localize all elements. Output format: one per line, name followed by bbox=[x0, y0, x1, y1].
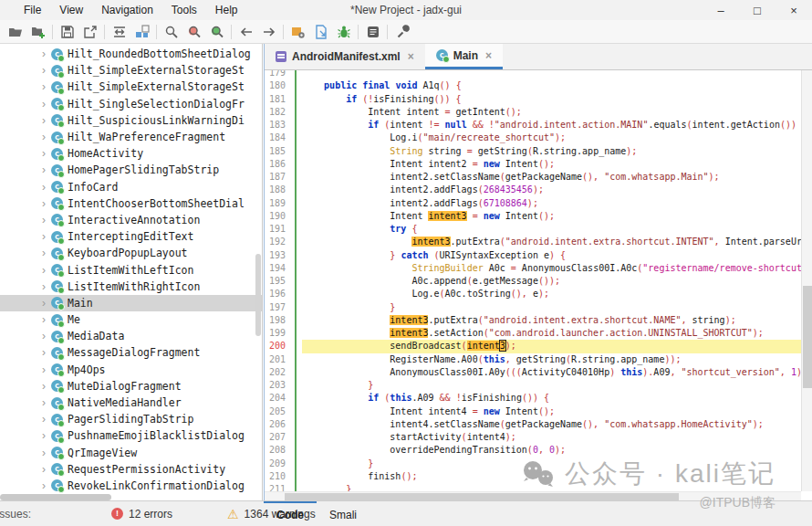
code-line-210[interactable]: 210 finish(); bbox=[265, 470, 801, 483]
forward-icon[interactable] bbox=[257, 22, 280, 42]
close-icon[interactable]: × bbox=[485, 49, 492, 62]
chevron-right-icon[interactable]: › bbox=[36, 147, 51, 160]
code-line-191[interactable]: 191 try { bbox=[265, 223, 801, 236]
code-line-187[interactable]: 187 intent2.setClassName(getPackageName(… bbox=[265, 171, 801, 184]
menu-navigation[interactable]: Navigation bbox=[94, 2, 161, 18]
close-button[interactable]: × bbox=[776, 0, 812, 20]
code-line-195[interactable]: 195 A0c.append(e.getMessage()); bbox=[265, 275, 801, 288]
tree-item-nativemediahandler[interactable]: ›cNativeMediaHandler bbox=[0, 394, 262, 411]
chevron-right-icon[interactable]: › bbox=[36, 479, 51, 492]
code-line-208[interactable]: 208 overridePendingTransition(0, 0); bbox=[265, 444, 801, 457]
code-line-179[interactable]: 179 bbox=[265, 70, 801, 79]
chevron-right-icon[interactable]: › bbox=[36, 131, 51, 143]
chevron-right-icon[interactable]: › bbox=[36, 330, 51, 342]
tree-item-hilt_singleselectiondialogfr[interactable]: ›cHilt_SingleSelectionDialogFr bbox=[0, 96, 262, 112]
chevron-right-icon[interactable]: › bbox=[36, 64, 51, 77]
chevron-right-icon[interactable]: › bbox=[36, 47, 51, 60]
maximize-button[interactable]: □ bbox=[739, 0, 776, 20]
chevron-right-icon[interactable]: › bbox=[36, 447, 51, 459]
tree-item-pushnameemojiblacklistdialog[interactable]: ›cPushnameEmojiBlacklistDialog bbox=[0, 427, 262, 444]
tree-item-infocard[interactable]: ›cInfoCard bbox=[0, 179, 262, 195]
tree-item-mp4ops[interactable]: ›cMp4Ops bbox=[0, 362, 262, 378]
menu-tools[interactable]: Tools bbox=[164, 2, 204, 18]
tree-item-hilt_simpleexternalstoragest[interactable]: ›cHilt_SimpleExternalStorageSt bbox=[0, 62, 262, 79]
search-icon[interactable] bbox=[160, 22, 182, 42]
code-line-199[interactable]: 199 intent3.setAction("com.android.launc… bbox=[265, 327, 801, 340]
flat-packages-icon[interactable] bbox=[130, 22, 153, 42]
chevron-right-icon[interactable]: › bbox=[36, 214, 51, 226]
chevron-right-icon[interactable]: › bbox=[36, 264, 51, 277]
code-line-209[interactable]: 209 } bbox=[265, 458, 801, 470]
code-line-198[interactable]: 198 intent3.putExtra("android.intent.ext… bbox=[265, 314, 801, 327]
class-search-icon[interactable] bbox=[205, 22, 228, 42]
tree-item-keyboardpopuplayout[interactable]: ›cKeyboardPopupLayout bbox=[0, 245, 262, 261]
text-search-icon[interactable] bbox=[182, 22, 205, 42]
export-icon[interactable] bbox=[78, 22, 101, 42]
chevron-right-icon[interactable]: › bbox=[36, 313, 51, 326]
tree-item-messagedialogfragment[interactable]: ›cMessageDialogFragment bbox=[0, 344, 262, 361]
open-file-icon[interactable] bbox=[4, 22, 26, 42]
code-line-201[interactable]: 201 RegisterName.A00(this, getString(R.s… bbox=[265, 353, 801, 366]
code-line-183[interactable]: 183 if (intent != null && !"android.inte… bbox=[265, 119, 801, 132]
tree-item-mutedialogfragment[interactable]: ›cMuteDialogFragment bbox=[0, 378, 262, 394]
scrollbar-thumb[interactable] bbox=[285, 493, 679, 500]
tree-item-requestpermissionactivity[interactable]: ›cRequestPermissionActivity bbox=[0, 461, 262, 478]
tree-item-pagerslidingtabstrip[interactable]: ›cPagerSlidingTabStrip bbox=[0, 411, 262, 427]
tree-item-me[interactable]: ›cMe bbox=[0, 311, 262, 328]
code-line-203[interactable]: 203 } bbox=[265, 379, 801, 392]
tab-main[interactable]: c Main × bbox=[425, 44, 503, 69]
tree-horizontal-scrollbar[interactable] bbox=[0, 494, 111, 500]
code-line-205[interactable]: 205 Intent intent4 = new Intent(); bbox=[265, 405, 801, 418]
chevron-right-icon[interactable]: › bbox=[36, 230, 51, 243]
code-line-194[interactable]: 194 StringBuilder A0c = AnonymousClass00… bbox=[265, 262, 801, 275]
editor-vertical-scrollbar[interactable] bbox=[801, 70, 812, 491]
tree-item-listitemwithlefticon[interactable]: ›cListItemWithLeftIcon bbox=[0, 261, 262, 278]
chevron-right-icon[interactable]: › bbox=[36, 247, 51, 259]
quark-icon[interactable] bbox=[309, 22, 332, 42]
code-line-190[interactable]: 190 Intent intent3 = new Intent(); bbox=[265, 210, 801, 223]
chevron-right-icon[interactable]: › bbox=[36, 297, 51, 310]
menu-file[interactable]: File bbox=[16, 2, 48, 18]
tree-item-interactiveannotation[interactable]: ›cInteractiveAnnotation bbox=[0, 212, 262, 228]
tree-item-homeactivity[interactable]: ›cHomeActivity bbox=[0, 145, 262, 162]
sync-icon[interactable] bbox=[108, 22, 130, 42]
menu-help[interactable]: Help bbox=[208, 2, 245, 18]
tab-code[interactable]: Code bbox=[264, 500, 317, 526]
close-icon[interactable]: × bbox=[408, 50, 414, 63]
chevron-right-icon[interactable]: › bbox=[36, 114, 51, 127]
add-files-icon[interactable] bbox=[26, 22, 49, 42]
code-line-193[interactable]: 193 } catch (URISyntaxException e) { bbox=[265, 249, 801, 262]
chevron-right-icon[interactable]: › bbox=[36, 98, 51, 110]
minimize-button[interactable]: – bbox=[703, 0, 739, 20]
code-line-202[interactable]: 202 AnonymousClass00I.A0y(((ActivityC040… bbox=[265, 366, 801, 379]
chevron-right-icon[interactable]: › bbox=[36, 363, 51, 376]
tab-androidmanifest[interactable]: AndroidManifest.xml × bbox=[265, 44, 425, 69]
tree-item-hilt_roundedbottomsheetdialog[interactable]: ›cHilt_RoundedBottomSheetDialog bbox=[0, 46, 262, 62]
code-line-192[interactable]: 192 intent3.putExtra("android.intent.ext… bbox=[265, 236, 801, 248]
code-line-200[interactable]: 200 sendBroadcast(intent3); bbox=[265, 340, 801, 352]
tree-item-revokelinkconfirmationdialog[interactable]: ›cRevokeLinkConfirmationDialog bbox=[0, 478, 262, 494]
back-icon[interactable] bbox=[234, 22, 257, 42]
chevron-right-icon[interactable]: › bbox=[36, 181, 51, 194]
tree-vertical-scrollbar[interactable] bbox=[255, 254, 261, 336]
code-line-181[interactable]: 181 if (!isFinishing()) { bbox=[265, 93, 801, 106]
deobfuscation-icon[interactable] bbox=[286, 22, 309, 42]
save-all-icon[interactable] bbox=[56, 22, 78, 42]
chevron-right-icon[interactable]: › bbox=[36, 80, 51, 93]
tree-item-hilt_suspiciouslinkwarningdi[interactable]: ›cHilt_SuspiciousLinkWarningDi bbox=[0, 112, 262, 129]
log-viewer-icon[interactable] bbox=[361, 22, 384, 42]
debugger-icon[interactable] bbox=[332, 22, 355, 42]
code-line-204[interactable]: 204 if (this.A09 && !isFinishing()) { bbox=[265, 392, 801, 405]
chevron-right-icon[interactable]: › bbox=[36, 396, 51, 409]
code-line-186[interactable]: 186 Intent intent2 = new Intent(); bbox=[265, 158, 801, 171]
tree-item-qrimageview[interactable]: ›cQrImageView bbox=[0, 445, 262, 461]
chevron-right-icon[interactable]: › bbox=[36, 197, 51, 210]
tree-item-hilt_simpleexternalstoragest[interactable]: ›cHilt_SimpleExternalStorageSt bbox=[0, 79, 262, 95]
code-line-185[interactable]: 185 String string = getString(R.string.a… bbox=[265, 145, 801, 158]
tree-item-hilt_wapreferencefragment[interactable]: ›cHilt_WaPreferenceFragment bbox=[0, 129, 262, 145]
code-line-189[interactable]: 189 intent2.addFlags(67108864); bbox=[265, 197, 801, 210]
tree-item-intentchooserbottomsheetdial[interactable]: ›cIntentChooserBottomSheetDial bbox=[0, 195, 262, 212]
tree-item-homepagerslidingtabstrip[interactable]: ›cHomePagerSlidingTabStrip bbox=[0, 162, 262, 178]
menu-view[interactable]: View bbox=[52, 2, 90, 18]
code-line-184[interactable]: 184 Log.i("main/recreate_shortcut"); bbox=[265, 132, 801, 144]
